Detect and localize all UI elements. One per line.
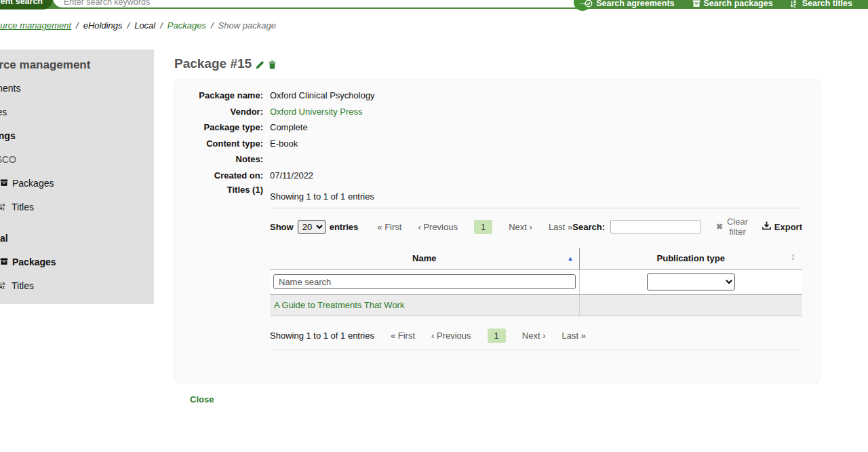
- nav-label: Search agreements: [596, 0, 674, 8]
- breadcrumb-separator: /: [160, 20, 163, 31]
- current-page-button[interactable]: 1: [474, 220, 492, 234]
- vendor-link[interactable]: Oxford University Press: [270, 107, 363, 117]
- check-circle-icon: [585, 0, 593, 10]
- sidebar-item-ebsco-titles[interactable]: AZ Titles: [0, 202, 154, 212]
- breadcrumb-show-package: Show package: [218, 20, 276, 31]
- page-length-select[interactable]: 20: [298, 220, 326, 234]
- last-page-button[interactable]: Last »: [549, 222, 572, 232]
- sidebar-item-label: eHoldings: [0, 130, 16, 141]
- current-page-button[interactable]: 1: [488, 328, 506, 343]
- svg-text:A: A: [2, 203, 5, 207]
- sidebar-item-licenses[interactable]: Licenses: [0, 107, 154, 117]
- nav-label: Search titles: [802, 0, 852, 8]
- table-header-row: Name ▲ Publication type ▲▼: [270, 248, 802, 269]
- titles-table: Name ▲ Publication type ▲▼: [270, 248, 802, 316]
- nav-search-packages[interactable]: Search packages: [692, 0, 773, 13]
- box-icon: [0, 178, 8, 189]
- sidebar-item-label: Packages: [12, 257, 56, 267]
- detail-row: Created on: 07/11/2022: [175, 168, 820, 184]
- delete-icon[interactable]: [269, 60, 276, 69]
- sidebar-item-eholdings[interactable]: eHoldings: [0, 130, 154, 141]
- breadcrumb-separator: /: [127, 20, 130, 31]
- top-nav: Search agreements Search packages AZ Sea…: [585, 0, 852, 13]
- sort-ascending-icon: ▲: [568, 255, 574, 262]
- package-type-value: Complete: [270, 122, 308, 133]
- sidebar-item-ebsco-packages[interactable]: Packages: [0, 178, 154, 189]
- pagination-bottom: « First ‹ Previous 1 Next › Last »: [391, 328, 586, 343]
- name-filter-input[interactable]: [273, 274, 576, 289]
- detail-label: Package type:: [175, 122, 263, 133]
- sidebar-header: E-resource management: [0, 58, 154, 72]
- export-button[interactable]: Export: [762, 221, 802, 232]
- sidebar-item-label: Titles: [12, 202, 34, 212]
- column-header-publication-type[interactable]: Publication type ▲▼: [579, 248, 802, 269]
- next-page-button[interactable]: Next ›: [509, 222, 532, 232]
- title-publication-type-cell: [579, 294, 802, 316]
- svg-text:A: A: [2, 282, 5, 286]
- pagination-top: « First ‹ Previous 1 Next › Last »: [377, 220, 572, 234]
- detail-row: Content type: E-book: [175, 136, 820, 152]
- detail-row: Vendor: Oxford University Press: [175, 104, 820, 120]
- table-row: A Guide to Treatments That Work: [270, 294, 802, 316]
- divider: [270, 208, 802, 208]
- breadcrumb-separator: /: [211, 20, 214, 31]
- sidebar-item-local-packages[interactable]: Packages: [0, 257, 154, 267]
- column-header-name[interactable]: Name ▲: [270, 248, 579, 269]
- detail-row: Notes:: [175, 151, 820, 168]
- sidebar-item-local-titles[interactable]: AZ Titles: [0, 280, 154, 291]
- page-title-text: Package #15: [174, 56, 252, 71]
- sidebar-item-label: Titles: [12, 280, 34, 291]
- nav-search-titles[interactable]: AZ Search titles: [791, 0, 852, 13]
- table-search-label: Search:: [572, 222, 605, 232]
- table-search-input[interactable]: [610, 220, 701, 233]
- title-link[interactable]: A Guide to Treatments That Work: [274, 300, 404, 310]
- breadcrumb-eholdings: eHoldings: [83, 20, 123, 31]
- entries-label: entries: [330, 222, 359, 232]
- sidebar-item-label: Agreements: [0, 83, 20, 94]
- previous-page-button[interactable]: ‹ Previous: [431, 331, 471, 341]
- package-name-value: Oxford Clinical Psychology: [270, 90, 375, 101]
- keyword-search-pill: [53, 0, 587, 7]
- title-name-cell: A Guide to Treatments That Work: [270, 294, 579, 316]
- nav-label: Search packages: [704, 0, 773, 8]
- breadcrumb-erm[interactable]: E-resource management: [0, 20, 71, 31]
- first-page-button[interactable]: « First: [391, 331, 415, 341]
- table-info-top: Showing 1 to 1 of 1 entries: [270, 191, 802, 202]
- search-type-tab[interactable]: Agreement search: [0, 0, 52, 10]
- first-page-button[interactable]: « First: [377, 222, 401, 232]
- detail-label: Notes:: [175, 154, 263, 165]
- package-detail-panel: Package name: Oxford Clinical Psychology…: [174, 79, 821, 383]
- sort-both-icon: ▲▼: [791, 253, 795, 261]
- breadcrumb-separator: /: [76, 20, 79, 31]
- svg-text:Z: Z: [2, 286, 5, 289]
- breadcrumb-packages[interactable]: Packages: [167, 20, 206, 31]
- detail-label: Content type:: [175, 138, 263, 149]
- show-label: Show: [270, 222, 294, 232]
- publication-type-filter-select[interactable]: [647, 274, 735, 290]
- clear-x-icon: ✖: [716, 222, 723, 231]
- keyword-search-input[interactable]: [53, 0, 587, 7]
- name-filter-cell: [270, 269, 579, 294]
- top-search-bar: Agreement search → Search agreements Sea…: [0, 0, 868, 9]
- main-content: Package #15 Package name: Oxford Clinica…: [154, 50, 868, 404]
- box-icon: [0, 257, 8, 267]
- next-page-button[interactable]: Next ›: [522, 331, 546, 341]
- content-type-value: E-book: [270, 138, 298, 149]
- sidebar-section-label: EBSCO: [0, 154, 16, 165]
- publication-type-filter-cell: [579, 269, 802, 294]
- nav-search-agreements[interactable]: Search agreements: [585, 0, 674, 13]
- column-label: Publication type: [657, 253, 725, 263]
- svg-text:Z: Z: [793, 3, 795, 8]
- edit-icon[interactable]: [256, 60, 264, 69]
- titles-label: Titles (1): [175, 185, 263, 350]
- column-label: Name: [412, 253, 436, 263]
- detail-label: Created on:: [175, 170, 263, 181]
- last-page-button[interactable]: Last »: [562, 331, 586, 341]
- clear-filter-button[interactable]: ✖ Clear filter: [716, 216, 749, 237]
- sidebar-item-agreements[interactable]: Agreements: [0, 83, 154, 94]
- export-label: Export: [774, 222, 802, 232]
- clear-filter-label: Clear filter: [726, 216, 749, 237]
- close-link[interactable]: Close: [190, 394, 214, 404]
- previous-page-button[interactable]: ‹ Previous: [418, 222, 458, 232]
- sidebar-section-label: Local: [0, 233, 8, 244]
